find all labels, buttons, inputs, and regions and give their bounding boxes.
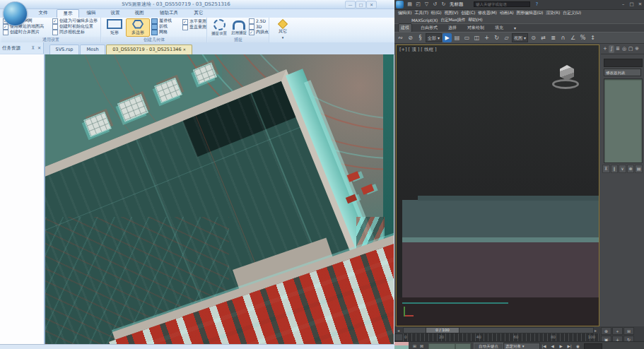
ribbon-tab-populate[interactable]: 填充 xyxy=(493,24,505,32)
close-icon[interactable]: ✕ xyxy=(37,45,41,51)
rectangle-tool-button[interactable]: 矩形 xyxy=(103,18,126,37)
tab-file[interactable]: 文件 xyxy=(33,9,54,17)
frame-next-icon[interactable]: ▸ xyxy=(595,327,597,333)
redo-icon[interactable]: ↻ xyxy=(440,1,447,8)
selection-filter-dropdown[interactable]: 全部▾ xyxy=(426,33,442,42)
rect-selection-region-icon[interactable]: ▭ xyxy=(462,33,472,42)
maximize-button[interactable]: □ xyxy=(356,1,366,8)
menu-customize[interactable]: 自定义(U) xyxy=(563,10,581,16)
checkbox-merge-images[interactable]: 创建时合并图片 xyxy=(3,30,44,35)
maxscript-mini-listener-teal[interactable] xyxy=(394,345,409,349)
reference-coordinate-dropdown[interactable]: 视图▾ xyxy=(512,33,528,42)
close-button[interactable]: ✕ xyxy=(636,1,644,8)
close-icon[interactable]: ✕ xyxy=(183,47,186,52)
isolate-selection-icon[interactable]: ⊞ xyxy=(413,343,416,349)
tab-other[interactable]: 其它 xyxy=(188,9,209,17)
angle-snap-icon[interactable]: ∠ xyxy=(568,33,578,42)
menu-maxscript[interactable]: MAXScript(X) xyxy=(411,18,438,23)
ribbon-tab-selection[interactable]: 选择 xyxy=(446,24,459,32)
checkbox-snap-3d[interactable]: 3D xyxy=(249,24,269,29)
search-input[interactable] xyxy=(474,1,530,7)
tab-edit[interactable]: 编辑 xyxy=(81,9,102,17)
checkbox-icon[interactable] xyxy=(249,18,254,24)
object-name-field[interactable] xyxy=(604,59,643,67)
menu-edit[interactable]: 编辑(E) xyxy=(398,10,411,16)
menu-views[interactable]: 视图(V) xyxy=(444,10,458,16)
coordinate-x-field[interactable] xyxy=(428,343,455,349)
checkbox-icon[interactable] xyxy=(3,24,8,30)
viewcube-cube[interactable] xyxy=(560,65,574,81)
select-and-move-icon[interactable]: + xyxy=(482,33,491,42)
other-dropdown-button[interactable]: 其它 ▾ xyxy=(271,18,294,41)
zoom-icon[interactable]: ⊕ xyxy=(601,327,611,335)
menu-rendering[interactable]: 渲染(R) xyxy=(546,10,560,16)
hierarchy-tab-icon[interactable]: ≣ xyxy=(615,45,621,53)
checkbox-vertical-measure[interactable]: 垂直量测 xyxy=(182,25,206,30)
select-and-rotate-icon[interactable]: ↻ xyxy=(492,33,501,42)
pin-icon[interactable]: ⊼ xyxy=(32,45,35,51)
checkbox-icon[interactable] xyxy=(249,30,254,35)
current-frame-field[interactable] xyxy=(584,343,602,349)
mirror-icon[interactable]: ⇄ xyxy=(539,33,548,42)
align-icon[interactable]: ≣ xyxy=(549,33,558,42)
tab-settings[interactable]: 设置 xyxy=(105,9,126,17)
play-animation-icon[interactable]: ▶ xyxy=(557,343,565,349)
anaglyph-stereo-canvas[interactable] xyxy=(45,54,394,344)
save-file-icon[interactable]: ▽ xyxy=(423,1,431,8)
ridge-line-button[interactable]: 屋脊线 xyxy=(151,18,172,23)
menu-help[interactable]: 帮助(H) xyxy=(468,17,482,23)
menu-modifiers[interactable]: 修改器(M) xyxy=(478,10,497,16)
checkbox-sync-camera[interactable]: 同步相机坐标 xyxy=(52,30,98,35)
go-to-end-icon[interactable]: ▶| xyxy=(566,343,573,349)
utilities-tab-icon[interactable]: ※ xyxy=(634,45,640,53)
tab-aux-tools[interactable]: 辅助工具 xyxy=(153,9,185,17)
ribbon-tab-freeform[interactable]: 自由形式 xyxy=(418,24,440,32)
tab-display[interactable]: 显示 xyxy=(57,9,79,18)
app-globe-icon[interactable] xyxy=(3,1,28,26)
time-slider-thumb[interactable]: 0 / 100 xyxy=(426,327,459,333)
checkbox-icon[interactable] xyxy=(52,24,58,30)
ribbon-more-icon[interactable]: ▾ xyxy=(512,25,518,31)
bind-to-spacewarp-icon[interactable]: § xyxy=(416,33,425,42)
unlink-selection-icon[interactable]: ⊘ xyxy=(406,33,415,42)
help-icon[interactable]: ? xyxy=(533,1,541,8)
snap-settings-button[interactable]: 捕捉设置 xyxy=(209,18,229,37)
key-mode-toggle-icon[interactable]: ◉ xyxy=(574,343,582,349)
selection-lock-icon[interactable]: ⊠ xyxy=(420,343,423,349)
checkbox-icon[interactable] xyxy=(182,25,188,30)
doc-tab-svs-rsp[interactable]: SVS.rsp xyxy=(49,45,79,54)
make-unique-icon[interactable]: ∨ xyxy=(619,165,626,173)
maximize-button[interactable]: □ xyxy=(628,1,636,8)
modifier-list-dropdown[interactable]: 修改器列表 xyxy=(604,69,641,76)
spinner-snap-icon[interactable]: ↕ xyxy=(588,33,597,42)
menu-graph-editors[interactable]: 图形编辑器(D) xyxy=(517,10,544,16)
undo-icon[interactable]: ↺ xyxy=(431,1,439,8)
frame-prev-icon[interactable]: ◂ xyxy=(397,327,399,333)
checkbox-init-position[interactable]: 创建时初始化位置 xyxy=(52,24,98,29)
checkbox-icon[interactable] xyxy=(249,24,254,30)
enable-snap-button[interactable]: 启用捕捉 xyxy=(229,18,249,37)
select-and-scale-icon[interactable]: ▱ xyxy=(502,33,511,42)
configure-modifier-sets-icon[interactable]: ▤ xyxy=(635,165,643,173)
checkbox-snap-25d[interactable]: 2.5D xyxy=(249,18,269,23)
modifier-stack-list[interactable] xyxy=(604,78,643,163)
percent-snap-icon[interactable]: % xyxy=(578,33,587,42)
doc-tab-mesh[interactable]: Mesh xyxy=(80,45,105,54)
viewcube-ring[interactable] xyxy=(552,79,579,89)
show-end-result-icon[interactable]: ∥ xyxy=(611,165,619,173)
select-by-name-icon[interactable]: ▤ xyxy=(452,33,462,42)
select-object-icon[interactable]: ▶ xyxy=(443,33,452,42)
previous-frame-icon[interactable]: ◀ xyxy=(549,343,556,349)
menu-tools[interactable]: 工具(T) xyxy=(414,10,428,16)
minimize-button[interactable]: – xyxy=(619,1,627,8)
ribbon-tab-object-paint[interactable]: 对象绘制 xyxy=(465,24,486,32)
remove-modifier-icon[interactable]: ⊗ xyxy=(627,165,635,173)
checkbox-icon[interactable] xyxy=(52,18,58,24)
use-pivot-center-icon[interactable]: ⊙ xyxy=(529,33,538,42)
viewport-label[interactable]: [+] [ 顶 ] [ 线框 ] xyxy=(399,47,437,53)
minimize-button[interactable]: — xyxy=(345,1,356,8)
select-and-link-icon[interactable]: ∾ xyxy=(396,33,405,42)
display-tab-icon[interactable]: ▢ xyxy=(628,45,633,53)
motion-tab-icon[interactable]: ◎ xyxy=(621,45,627,53)
polygon-tool-button[interactable]: 多边形 xyxy=(126,18,150,37)
